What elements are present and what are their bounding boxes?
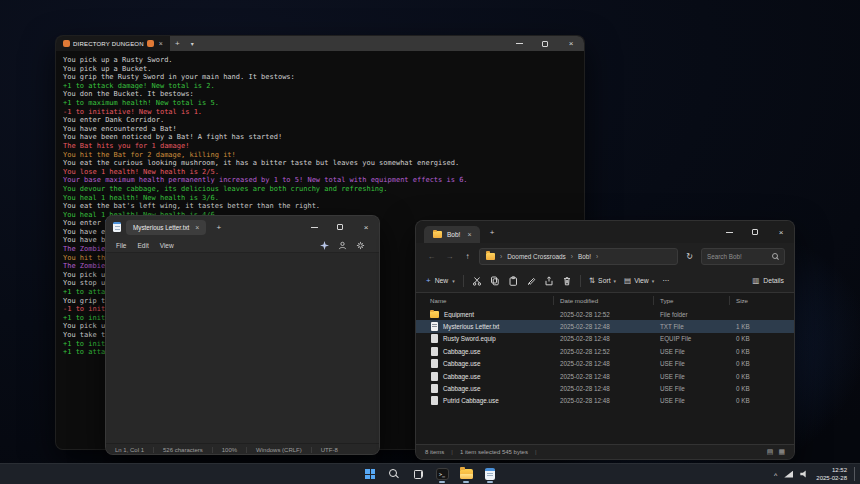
new-item-label: New — [435, 277, 449, 284]
new-tab-button[interactable]: + — [211, 216, 226, 238]
tab-dropdown-button[interactable]: ▾ — [185, 36, 200, 51]
notepad-text-area[interactable] — [106, 253, 379, 443]
more-options-button[interactable]: ⋯ — [662, 276, 670, 285]
desktop[interactable]: 🎮 DIRECTORY DUNGEON 🎮 × + ▾ × You pick u… — [0, 0, 860, 484]
terminal-tab[interactable]: 🎮 DIRECTORY DUNGEON 🎮 × — [56, 36, 170, 51]
copilot-icon[interactable] — [320, 241, 329, 250]
terminal-line-text: You stop us — [63, 279, 109, 287]
close-button[interactable]: × — [353, 216, 379, 238]
file-row[interactable]: Mysterious Letter.txt 2025-02-28 12:48 T… — [416, 320, 794, 332]
taskbar: ^ 12:52 2025-02-28 — [0, 463, 860, 484]
terminal-line-text: You lose 1 health! New health is 2/5. — [63, 168, 219, 176]
account-icon[interactable] — [338, 241, 347, 250]
minimize-button[interactable] — [301, 216, 327, 238]
encoding[interactable]: UTF-8 — [312, 447, 347, 453]
terminal-line: You have encountered a Bat! — [63, 125, 584, 134]
menu-edit[interactable]: Edit — [137, 242, 148, 249]
new-tab-button[interactable]: + — [484, 225, 499, 240]
file-size: 1 KB — [736, 323, 772, 330]
file-row[interactable]: Cabbage.use 2025-02-28 12:48 USE File 0 … — [416, 370, 794, 382]
file-date-modified: 2025-02-28 12:52 — [560, 348, 660, 355]
taskbar-terminal-button[interactable] — [433, 465, 451, 483]
column-header-size[interactable]: Size — [736, 296, 770, 305]
taskbar-clock[interactable]: 12:52 2025-02-28 — [816, 466, 847, 482]
paste-button[interactable] — [508, 276, 518, 286]
zoom-level[interactable]: 100% — [213, 447, 247, 453]
column-header-name[interactable]: Name — [430, 296, 554, 305]
tab-close-icon[interactable]: × — [195, 224, 199, 231]
file-row[interactable]: Cabbage.use 2025-02-28 12:48 USE File 0 … — [416, 382, 794, 394]
minimize-button[interactable] — [506, 36, 532, 51]
file-type: TXT File — [660, 323, 736, 330]
copy-button[interactable] — [490, 276, 500, 286]
share-button[interactable] — [544, 276, 554, 286]
notepad-app-icon — [113, 222, 121, 232]
column-header-date-modified[interactable]: Date modified — [560, 296, 654, 305]
minimize-button[interactable] — [716, 221, 742, 243]
close-button[interactable]: × — [768, 221, 794, 243]
notepad-text-line — [118, 296, 379, 305]
search-input[interactable] — [707, 253, 769, 260]
cut-button[interactable] — [472, 276, 482, 286]
menu-file[interactable]: File — [116, 242, 126, 249]
file-row[interactable]: Equipment 2025-02-28 12:52 File folder — [416, 308, 794, 320]
up-button[interactable]: ↑ — [461, 252, 474, 261]
sort-button[interactable]: ⇅ Sort ▾ — [589, 276, 616, 285]
terminal-line-text: You grip th — [63, 297, 109, 305]
breadcrumb-chevron-icon[interactable]: › — [596, 253, 598, 260]
new-tab-button[interactable]: + — [170, 36, 185, 51]
tab-close-icon[interactable]: × — [159, 40, 163, 47]
maximize-button[interactable] — [532, 36, 558, 51]
file-row[interactable]: Cabbage.use 2025-02-28 12:52 USE File 0 … — [416, 345, 794, 357]
tab-close-icon[interactable]: × — [467, 231, 471, 238]
taskbar-search-button[interactable] — [385, 465, 403, 483]
view-button[interactable]: ▤ View ▾ — [624, 276, 654, 285]
notepad-titlebar[interactable]: Mysterious Letter.txt × + × — [106, 216, 379, 238]
file-date-modified: 2025-02-28 12:48 — [560, 323, 660, 330]
column-header-type[interactable]: Type — [660, 296, 730, 305]
delete-button[interactable] — [562, 276, 572, 286]
maximize-button[interactable] — [742, 221, 768, 243]
explorer-titlebar[interactable]: Bob! × + × — [416, 221, 794, 243]
breadcrumb-chevron-icon[interactable]: › — [571, 253, 573, 260]
forward-button[interactable]: → — [443, 252, 456, 261]
details-pane-button[interactable]: ▥ Details — [752, 276, 784, 285]
volume-icon[interactable] — [800, 470, 809, 479]
file-row[interactable]: Cabbage.use 2025-02-28 12:48 USE File 0 … — [416, 358, 794, 370]
rename-button[interactable] — [526, 276, 536, 286]
network-icon[interactable] — [784, 471, 793, 478]
search-box[interactable] — [701, 248, 785, 265]
close-button[interactable]: × — [558, 36, 584, 51]
refresh-button[interactable]: ↻ — [683, 252, 696, 261]
task-view-button[interactable] — [409, 465, 427, 483]
terminal-titlebar[interactable]: 🎮 DIRECTORY DUNGEON 🎮 × + ▾ × — [56, 36, 584, 51]
file-list[interactable]: Equipment 2025-02-28 12:52 File folder M… — [416, 308, 794, 444]
terminal-line-text: You devour the cabbage, its delicious le… — [63, 185, 388, 193]
taskbar-notepad-button[interactable] — [481, 465, 499, 483]
taskbar-file-explorer-button[interactable] — [457, 465, 475, 483]
menu-view[interactable]: View — [160, 242, 174, 249]
breadcrumb-doomed-crossroads[interactable]: Doomed Crossroads — [507, 253, 566, 260]
file-date-modified: 2025-02-28 12:48 — [560, 335, 660, 342]
show-desktop-button[interactable] — [854, 467, 856, 481]
explorer-tab[interactable]: Bob! × — [424, 226, 480, 243]
details-view-toggle-icon[interactable]: ▤ — [767, 448, 774, 456]
large-icons-view-toggle-icon[interactable]: ▦ — [778, 448, 785, 456]
new-item-button[interactable]: + New ▾ — [426, 276, 455, 285]
file-row[interactable]: Rusty Sword.equip 2025-02-28 12:48 EQUIP… — [416, 333, 794, 345]
maximize-icon — [337, 224, 343, 230]
terminal-line-text: Your base maximum health permanently inc… — [63, 176, 468, 184]
start-button[interactable] — [361, 465, 379, 483]
notepad-tab[interactable]: Mysterious Letter.txt × — [126, 220, 206, 235]
terminal-line-text: You have been noticed by a Bat! A fight … — [63, 133, 282, 141]
file-row[interactable]: Putrid Cabbage.use 2025-02-28 12:48 USE … — [416, 395, 794, 407]
address-bar[interactable]: › Doomed Crossroads › Bob! › — [479, 248, 678, 265]
maximize-button[interactable] — [327, 216, 353, 238]
back-button[interactable]: ← — [425, 252, 438, 261]
settings-gear-icon[interactable] — [356, 241, 365, 250]
tray-chevron-up-icon[interactable]: ^ — [774, 472, 777, 479]
system-tray: ^ 12:52 2025-02-28 — [774, 464, 856, 484]
breadcrumb-bob[interactable]: Bob! — [578, 253, 591, 260]
file-type: File folder — [660, 311, 736, 318]
line-ending-type[interactable]: Windows (CRLF) — [247, 447, 312, 453]
